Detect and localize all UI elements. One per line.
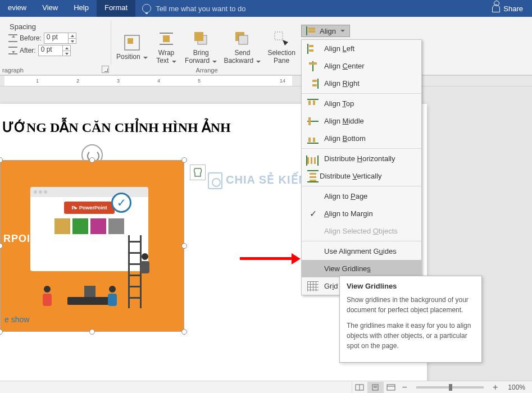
layout-options-icon [193,167,203,177]
web-layout-icon [387,384,395,391]
spinner-down-icon[interactable] [63,51,70,56]
resize-handle-ne[interactable] [181,157,187,163]
paragraph-dialog-launcher[interactable] [102,66,109,73]
menu-align-top[interactable]: Align Top [302,95,421,112]
menu-distribute-vertical[interactable]: Distribute Vertically [302,167,421,185]
caret-down-icon [340,30,345,32]
svg-rect-1 [128,38,133,44]
distribute-horizontal-icon [307,157,319,164]
tab-view[interactable]: View [34,0,66,17]
menu-alignment-guides[interactable]: Use Alignment Guides [302,243,421,260]
send-backward-button[interactable]: Send Backward [220,28,264,65]
resize-handle-n[interactable] [89,157,95,163]
selection-pane-button[interactable]: Selection Pane [264,28,298,65]
caret-down-icon [212,61,217,63]
menu-align-center[interactable]: Align Center [302,57,421,75]
menu-view-gridlines[interactable]: View Gridlines [302,260,421,277]
view-read-mode[interactable] [352,382,367,393]
layout-options-button[interactable] [190,164,206,180]
status-bar: − + 100% [0,381,532,393]
wrap-text-button[interactable]: Wrap Text [151,28,181,65]
tab-help[interactable]: Help [66,0,97,17]
spacing-title: Spacing [2,18,36,32]
menu-distribute-horizontal[interactable]: Distribute Horizontally [302,150,421,167]
selection-border [0,160,184,332]
menu-align-bottom[interactable]: Align Bottom [302,130,421,147]
grid-icon [307,281,319,291]
group-arrange: Position Wrap Text Bring Forward Send Ba… [111,17,302,75]
menu-align-left[interactable]: Align Left [302,40,421,57]
spinner-up-icon[interactable] [63,45,70,51]
check-icon: ✓ [307,208,319,219]
tell-me-placeholder: Tell me what you want to do [156,4,245,13]
position-button[interactable]: Position [113,31,151,61]
person-icon [492,4,500,12]
svg-rect-9 [275,32,283,40]
tab-review[interactable]: eview [0,0,34,17]
horizontal-ruler[interactable]: 1 2 3 4 5 14 [0,75,532,86]
align-icon [306,26,316,35]
caret-down-icon [256,61,261,63]
align-left-icon [307,44,319,54]
tooltip-title: View Gridlines [347,282,475,290]
group-label-paragraph: ragraph [0,67,111,74]
spacing-after-label: After: [20,47,36,54]
tell-me-search[interactable]: Tell me what you want to do [135,0,483,17]
tooltip-view-gridlines: View Gridlines Show gridlines in the bac… [339,276,482,363]
svg-rect-2 [163,35,170,42]
align-bottom-icon [307,134,319,144]
resize-handle-sw[interactable] [0,329,3,335]
tab-format[interactable]: Format [97,0,135,17]
zoom-out-button[interactable]: − [399,382,411,392]
wrap-text-icon [157,30,175,48]
share-label: Share [503,4,523,13]
lightbulb-icon [142,4,151,13]
spacing-before-value: 0 pt [47,33,58,41]
spinner-down-icon[interactable] [69,39,76,44]
resize-handle-se[interactable] [181,329,187,335]
align-button[interactable]: Align [301,25,350,37]
zoom-level[interactable]: 100% [501,383,532,391]
group-label-arrange: Arrange [111,67,302,74]
spacing-after-input[interactable]: 0 pt [38,45,71,56]
svg-rect-8 [239,35,248,44]
svg-rect-6 [194,32,203,41]
caret-down-icon [172,61,176,63]
bring-forward-icon [192,30,210,48]
share-button[interactable]: Share [483,0,532,17]
watermark-icon [208,172,222,189]
print-layout-icon [371,384,380,391]
spacing-after-icon [8,47,17,54]
menu-separator [302,93,421,94]
menu-align-middle[interactable]: Align Middle [302,112,421,130]
spacing-before-label: Before: [20,34,42,42]
menu-separator [302,148,421,149]
zoom-thumb[interactable] [449,384,452,391]
menu-align-selected: Align Selected Objects [302,222,421,240]
bring-forward-button[interactable]: Bring Forward [181,28,220,65]
view-print-layout[interactable] [367,382,383,393]
menu-align-to-margin[interactable]: ✓Align to Margin [302,205,421,222]
zoom-in-button[interactable]: + [489,382,501,392]
menu-align-right[interactable]: Align Right [302,75,421,92]
zoom-slider[interactable] [416,386,484,389]
annotation-arrow [240,255,301,263]
resize-handle-e[interactable] [181,243,187,249]
align-right-icon [307,79,319,89]
spacing-after-value: 0 pt [41,45,52,53]
view-web-layout[interactable] [383,382,399,393]
resize-handle-s[interactable] [89,329,95,335]
tooltip-paragraph: Show gridlines in the background of your… [347,295,475,315]
align-dropdown-menu: Align Left Align Center Align Right Alig… [301,39,422,295]
spacing-before-input[interactable]: 0 pt [44,33,76,44]
spinner-up-icon[interactable] [69,33,76,39]
selected-image[interactable]: P▸ PowerPoint ✓ RPOINT [0,160,184,332]
menu-align-to-page[interactable]: Align to Page [302,188,421,205]
menu-separator [302,241,421,241]
send-backward-icon [233,30,251,48]
svg-rect-15 [387,385,395,390]
caret-down-icon [143,57,148,59]
ribbon-tabs: eview View Help Format Tell me what you … [0,0,532,17]
spacing-before-icon [8,34,17,42]
align-top-icon [307,99,319,109]
